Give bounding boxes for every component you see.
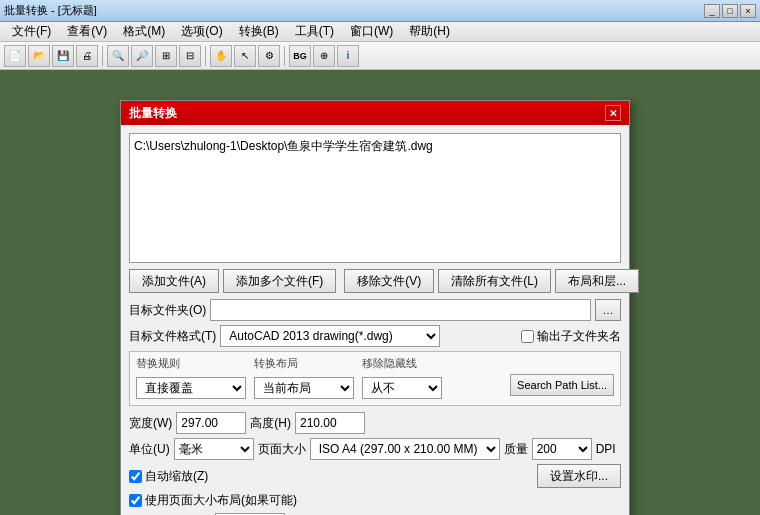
auto-scale-label: 自动缩放(Z) xyxy=(129,468,208,485)
print-btn[interactable]: 🖨 xyxy=(76,45,98,67)
select-btn[interactable]: ↖ xyxy=(234,45,256,67)
target-folder-label: 目标文件夹(O) xyxy=(129,302,206,319)
layers-btn[interactable]: ⊕ xyxy=(313,45,335,67)
zoom-in-btn[interactable]: 🔎 xyxy=(131,45,153,67)
page-size-select[interactable]: ISO A4 (297.00 x 210.00 MM) xyxy=(310,438,500,460)
replace-rules-col: 替换规则 直接覆盖 xyxy=(136,356,246,399)
zoom-select-btn[interactable]: ⊟ xyxy=(179,45,201,67)
use-page-size-checkbox[interactable] xyxy=(129,494,142,507)
use-page-size-text: 使用页面大小布局(如果可能) xyxy=(145,492,297,509)
batch-convert-dialog: 批量转换 ✕ C:\Users\zhulong-1\Desktop\鱼泉中学学生… xyxy=(120,100,630,515)
pan-btn[interactable]: ✋ xyxy=(210,45,232,67)
add-multiple-button[interactable]: 添加多个文件(F) xyxy=(223,269,336,293)
watermark-button[interactable]: 设置水印... xyxy=(537,464,621,488)
page-size-label: 页面大小 xyxy=(258,441,306,458)
search-path-spacer xyxy=(510,356,614,368)
new-btn[interactable]: 📄 xyxy=(4,45,26,67)
target-folder-input[interactable] xyxy=(210,299,591,321)
browse-button[interactable]: … xyxy=(595,299,621,321)
replace-rules-title: 替换规则 xyxy=(136,356,246,371)
menu-bar: 文件(F) 查看(V) 格式(M) 选项(O) 转换(B) 工具(T) 窗口(W… xyxy=(0,22,760,42)
output-subfolder-label-text: 输出子文件夹名 xyxy=(537,328,621,345)
close-btn[interactable]: × xyxy=(740,4,756,18)
rules-section: 替换规则 直接覆盖 转换布局 当前布局 移除隐藏线 xyxy=(129,351,621,406)
width-input[interactable] xyxy=(176,412,246,434)
app-title: 批量转换 - [无标题] xyxy=(4,3,704,18)
menu-convert[interactable]: 转换(B) xyxy=(231,21,287,42)
layout-button[interactable]: 布局和层... xyxy=(555,269,639,293)
target-folder-row: 目标文件夹(O) … xyxy=(129,299,621,321)
menu-help[interactable]: 帮助(H) xyxy=(401,21,458,42)
search-path-button[interactable]: Search Path List... xyxy=(510,374,614,396)
menu-format[interactable]: 格式(M) xyxy=(115,21,173,42)
zoom-fit-btn[interactable]: ⊞ xyxy=(155,45,177,67)
output-subfolder-checkbox-label: 输出子文件夹名 xyxy=(521,328,621,345)
toolbar: 📄 📂 💾 🖨 🔍 🔎 ⊞ ⊟ ✋ ↖ ⚙ BG ⊕ i xyxy=(0,42,760,70)
dialog-title-text: 批量转换 xyxy=(129,105,177,122)
save-btn[interactable]: 💾 xyxy=(52,45,74,67)
use-page-size-label: 使用页面大小布局(如果可能) xyxy=(129,492,297,509)
baseline-col: 移除隐藏线 从不 xyxy=(362,356,442,399)
unit-label: 单位(U) xyxy=(129,441,170,458)
menu-view[interactable]: 查看(V) xyxy=(59,21,115,42)
sep1 xyxy=(102,46,103,66)
quality-label: 质量 xyxy=(504,441,528,458)
file-list-item: C:\Users\zhulong-1\Desktop\鱼泉中学学生宿舍建筑.dw… xyxy=(134,138,616,155)
height-label: 高度(H) xyxy=(250,415,291,432)
title-bar: 批量转换 - [无标题] _ □ × xyxy=(0,0,760,22)
open-btn[interactable]: 📂 xyxy=(28,45,50,67)
minimize-btn[interactable]: _ xyxy=(704,4,720,18)
unit-select[interactable]: 毫米 xyxy=(174,438,254,460)
target-format-select[interactable]: AutoCAD 2013 drawing(*.dwg) xyxy=(220,325,440,347)
auto-scale-checkbox[interactable] xyxy=(129,470,142,483)
unit-quality-row: 单位(U) 毫米 页面大小 ISO A4 (297.00 x 210.00 MM… xyxy=(129,438,621,460)
remove-file-button[interactable]: 移除文件(V) xyxy=(344,269,434,293)
target-format-label: 目标文件格式(T) xyxy=(129,328,216,345)
baseline-title: 移除隐藏线 xyxy=(362,356,442,371)
layout-title: 转换布局 xyxy=(254,356,354,371)
height-input[interactable] xyxy=(295,412,365,434)
search-path-col: Search Path List... xyxy=(510,356,614,396)
rules-row: 替换规则 直接覆盖 转换布局 当前布局 移除隐藏线 xyxy=(136,356,614,399)
zoom-out-btn[interactable]: 🔍 xyxy=(107,45,129,67)
add-file-button[interactable]: 添加文件(A) xyxy=(129,269,219,293)
replace-rules-select[interactable]: 直接覆盖 xyxy=(136,377,246,399)
baseline-select[interactable]: 从不 xyxy=(362,377,442,399)
target-format-row: 目标文件格式(T) AutoCAD 2013 drawing(*.dwg) 输出… xyxy=(129,325,621,347)
sep2 xyxy=(205,46,206,66)
output-subfolder-checkbox[interactable] xyxy=(521,330,534,343)
auto-scale-text: 自动缩放(Z) xyxy=(145,468,208,485)
checkboxes-row: 自动缩放(Z) 设置水印... xyxy=(129,464,621,488)
clear-all-button[interactable]: 清除所有文件(L) xyxy=(438,269,551,293)
dialog-close-icon[interactable]: ✕ xyxy=(605,105,621,121)
file-buttons-row: 添加文件(A) 添加多个文件(F) 移除文件(V) 清除所有文件(L) 布局和层… xyxy=(129,269,621,293)
use-page-size-row: 使用页面大小布局(如果可能) xyxy=(129,492,621,509)
restore-btn[interactable]: □ xyxy=(722,4,738,18)
window-controls: _ □ × xyxy=(704,4,756,18)
dialog-title-bar: 批量转换 ✕ xyxy=(121,101,629,125)
menu-options[interactable]: 选项(O) xyxy=(173,21,230,42)
sep3 xyxy=(284,46,285,66)
menu-tools[interactable]: 工具(T) xyxy=(287,21,342,42)
tool3[interactable]: ⚙ xyxy=(258,45,280,67)
quality-select[interactable]: 200 xyxy=(532,438,592,460)
dpi-label: DPI xyxy=(596,442,616,456)
size-row: 宽度(W) 高度(H) xyxy=(129,412,621,434)
menu-window[interactable]: 窗口(W) xyxy=(342,21,401,42)
dialog-body: C:\Users\zhulong-1\Desktop\鱼泉中学学生宿舍建筑.dw… xyxy=(121,125,629,515)
file-list[interactable]: C:\Users\zhulong-1\Desktop\鱼泉中学学生宿舍建筑.dw… xyxy=(129,133,621,263)
layout-col: 转换布局 当前布局 xyxy=(254,356,354,399)
width-label: 宽度(W) xyxy=(129,415,172,432)
layout-select[interactable]: 当前布局 xyxy=(254,377,354,399)
menu-file[interactable]: 文件(F) xyxy=(4,21,59,42)
main-area: 批量转换 ✕ C:\Users\zhulong-1\Desktop\鱼泉中学学生… xyxy=(0,70,760,505)
bg-btn[interactable]: BG xyxy=(289,45,311,67)
info-btn[interactable]: i xyxy=(337,45,359,67)
